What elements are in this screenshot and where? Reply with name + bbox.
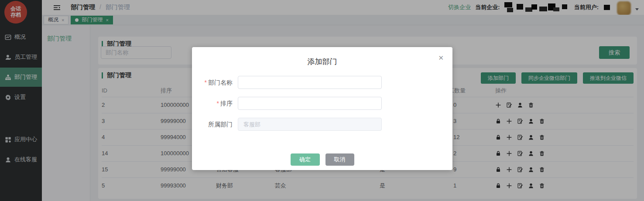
field-label: 所属部门 <box>208 121 233 128</box>
field-label: 排序 <box>220 100 233 107</box>
modal-footer: 确定 取消 <box>192 153 452 166</box>
department-name-field[interactable] <box>238 76 382 89</box>
modal-title: 添加部门 <box>192 57 452 67</box>
sort-field[interactable] <box>238 97 382 110</box>
confirm-button[interactable]: 确定 <box>291 153 320 166</box>
app-root: 会话 存档 概况 员工管理 部门管理 设置 <box>0 0 644 201</box>
add-department-modal: 添加部门 ✕ *部门名称 *排序 所属部门 确定 取消 <box>192 47 452 170</box>
close-icon[interactable]: ✕ <box>438 54 444 62</box>
required-asterisk: * <box>205 79 207 86</box>
cancel-button[interactable]: 取消 <box>325 153 354 166</box>
required-asterisk: * <box>217 100 219 107</box>
field-department-name: *部门名称 <box>192 76 452 89</box>
field-parent-department: 所属部门 <box>192 118 452 131</box>
field-label: 部门名称 <box>208 79 233 86</box>
field-sort: *排序 <box>192 97 452 110</box>
parent-department-field <box>238 118 382 131</box>
